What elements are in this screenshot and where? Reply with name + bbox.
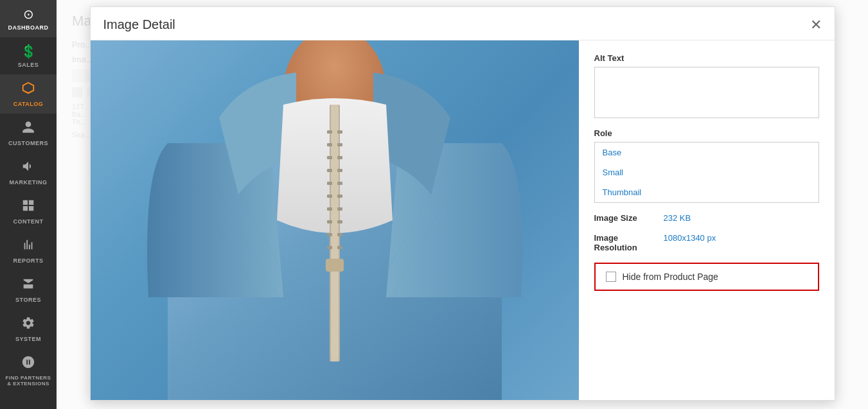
sidebar-item-label: CUSTOMERS (8, 140, 48, 146)
modal-close-button[interactable]: ✕ (810, 18, 822, 32)
sidebar-item-label: SALES (18, 62, 39, 68)
image-resolution-value: 1080x1340 px (664, 233, 716, 243)
modal-header: Image Detail ✕ (91, 7, 835, 40)
image-size-row: Image Size 232 KB (594, 213, 819, 223)
image-detail-modal: Image Detail ✕ (90, 6, 835, 401)
modal-overlay: Image Detail ✕ (57, 0, 868, 409)
sidebar-item-label: STORES (15, 297, 41, 303)
role-field-group: Role Base Small Thumbnail (594, 128, 819, 203)
svg-rect-6 (327, 143, 332, 146)
hide-from-product-page-container[interactable]: Hide from Product Page (594, 263, 819, 291)
modal-body: Alt Text Role Base Small (91, 40, 835, 400)
catalog-icon (21, 81, 35, 98)
sidebar-item-label: CATALOG (13, 101, 44, 107)
stores-icon (21, 277, 35, 294)
main-area: Ma... Pro... Ima... 127... Ba... Th... S… (57, 0, 868, 409)
system-icon (21, 316, 35, 333)
sidebar-item-customers[interactable]: CUSTOMERS (0, 114, 57, 153)
alt-text-field-group: Alt Text (594, 53, 819, 118)
sidebar-item-label: DASHBOARD (8, 24, 49, 31)
content-icon (21, 198, 35, 216)
sidebar-item-dashboard[interactable]: ⊙ DASHBOARD (0, 0, 57, 37)
role-item-base[interactable]: Base (595, 143, 819, 162)
modal-title: Image Detail (103, 17, 175, 32)
sidebar-item-label: REPORTS (13, 257, 43, 264)
alt-text-input[interactable] (594, 67, 819, 118)
sales-icon: 💲 (21, 44, 37, 59)
svg-rect-17 (337, 207, 342, 211)
sidebar-item-find-partners[interactable]: FIND PARTNERS& EXTENSIONS (0, 349, 57, 393)
svg-rect-7 (337, 143, 342, 146)
role-label: Role (594, 128, 819, 138)
svg-rect-16 (327, 207, 332, 211)
svg-rect-11 (337, 169, 342, 172)
image-resolution-row: ImageResolution 1080x1340 px (594, 233, 819, 252)
svg-rect-10 (327, 169, 332, 172)
image-resolution-label: ImageResolution (594, 233, 659, 252)
sidebar-item-reports[interactable]: REPORTS (0, 231, 57, 270)
reports-icon (21, 238, 35, 255)
dashboard-icon: ⊙ (23, 6, 34, 22)
product-image (91, 40, 579, 400)
sidebar: ⊙ DASHBOARD 💲 SALES CATALOG CUSTOMERS MA… (0, 0, 57, 409)
customers-icon (21, 120, 35, 137)
svg-rect-20 (327, 233, 332, 236)
hide-from-page-label: Hide from Product Page (623, 272, 718, 282)
alt-text-label: Alt Text (594, 53, 819, 63)
svg-rect-23 (337, 246, 342, 249)
svg-rect-21 (337, 233, 342, 236)
sidebar-item-marketing[interactable]: MARKETING (0, 153, 57, 192)
svg-rect-19 (337, 220, 342, 223)
svg-rect-15 (337, 195, 342, 198)
role-item-thumbnail[interactable]: Thumbnail (595, 182, 819, 202)
sidebar-item-content[interactable]: CONTENT (0, 192, 57, 231)
sidebar-item-label: CONTENT (13, 218, 44, 225)
svg-rect-5 (337, 130, 342, 134)
svg-rect-13 (337, 182, 342, 185)
right-panel: Alt Text Role Base Small (579, 40, 835, 400)
svg-rect-12 (327, 182, 332, 185)
image-size-label: Image Size (594, 213, 659, 223)
svg-rect-22 (327, 246, 332, 249)
svg-rect-9 (337, 156, 342, 159)
marketing-icon (21, 159, 35, 177)
sidebar-item-stores[interactable]: STORES (0, 270, 57, 309)
role-item-small[interactable]: Small (595, 162, 819, 182)
svg-rect-14 (327, 195, 332, 198)
svg-rect-24 (326, 259, 344, 272)
sidebar-item-system[interactable]: SYSTEM (0, 309, 57, 349)
image-size-value: 232 KB (664, 213, 691, 223)
role-list: Base Small Thumbnail (594, 142, 819, 203)
hide-from-page-checkbox[interactable] (606, 272, 616, 282)
sidebar-item-catalog[interactable]: CATALOG (0, 74, 57, 114)
product-image-section (91, 40, 579, 400)
sidebar-item-sales[interactable]: 💲 SALES (0, 37, 57, 74)
sidebar-item-label: FIND PARTNERS& EXTENSIONS (6, 375, 51, 387)
svg-rect-8 (327, 156, 332, 159)
svg-rect-3 (331, 105, 339, 361)
svg-rect-4 (327, 130, 332, 134)
svg-rect-18 (327, 220, 332, 223)
find-partners-icon (21, 355, 35, 372)
sidebar-item-label: SYSTEM (15, 336, 41, 342)
sidebar-item-label: MARKETING (10, 179, 48, 186)
